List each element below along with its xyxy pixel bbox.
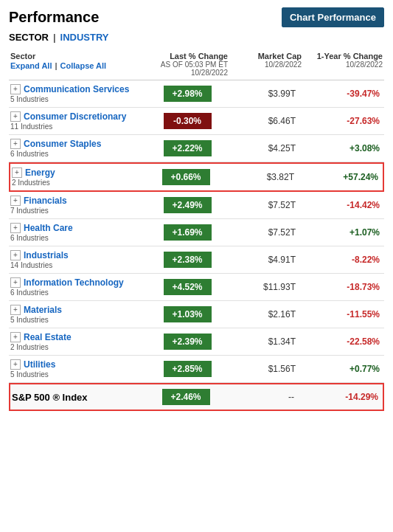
sector-row: + Communication Services 5 Industries +2… — [9, 80, 384, 108]
sector-row: + Health Care 6 Industries +1.69% $7.52T… — [9, 219, 384, 246]
sector-industries: 14 Industries — [10, 261, 147, 269]
sp500-label-cell: S&P 500 ® Index — [12, 389, 145, 405]
one-year-cell: +3.08% — [302, 137, 383, 159]
market-cap-cell: $4.91T — [228, 249, 302, 271]
market-cap-cell: $3.82T — [226, 166, 300, 188]
expand-icon[interactable]: + — [10, 332, 21, 342]
expand-all-link[interactable]: Expand All — [10, 61, 52, 70]
market-cap-cell: $2.16T — [228, 303, 302, 325]
tab-sector[interactable]: SECTOR — [9, 32, 49, 43]
sector-name-cell: + Utilities 5 Industries — [10, 358, 147, 380]
sector-industries: 5 Industries — [10, 95, 147, 103]
one-year-cell: +0.77% — [302, 358, 383, 380]
market-cap-cell: $4.25T — [228, 137, 302, 159]
pct-badge: +2.22% — [164, 140, 212, 156]
sector-name-link[interactable]: Financials — [24, 196, 67, 206]
sector-industries: 6 Industries — [10, 234, 147, 242]
sp500-label: S&P 500 ® Index — [12, 392, 145, 403]
expand-icon[interactable]: + — [10, 305, 21, 315]
sector-name-cell: + Information Technology 6 Industries — [10, 276, 147, 298]
col-one-year-header: 1-Year % Change 10/28/2022 — [302, 52, 383, 77]
sector-name-cell: + Financials 7 Industries — [10, 194, 147, 216]
sector-name-link[interactable]: Utilities — [24, 359, 55, 370]
one-year-cell: -14.42% — [302, 194, 383, 216]
expand-icon[interactable]: + — [10, 139, 21, 149]
pct-badge: +2.49% — [164, 197, 212, 213]
market-cap-cell: $1.56T — [228, 358, 302, 380]
sector-name-link[interactable]: Consumer Staples — [24, 139, 101, 149]
sector-industries: 7 Industries — [10, 207, 147, 215]
sector-name-link[interactable]: Communication Services — [24, 84, 129, 94]
expand-icon[interactable]: + — [10, 277, 21, 288]
sector-industries: 2 Industries — [12, 179, 145, 187]
sector-name-cell: + Real Estate 2 Industries — [10, 331, 147, 353]
sector-row: + Consumer Staples 6 Industries +2.22% $… — [9, 135, 384, 162]
sector-row: + Financials 7 Industries +2.49% $7.52T … — [9, 192, 384, 219]
sector-name-cell: + Materials 5 Industries — [10, 303, 147, 325]
sector-name-cell: + Industrials 14 Industries — [10, 249, 147, 271]
expand-icon[interactable]: + — [10, 84, 21, 94]
pct-badge: +2.38% — [164, 252, 212, 268]
pct-badge: +1.69% — [164, 224, 212, 241]
expand-icon[interactable]: + — [10, 196, 21, 206]
sector-row: + Real Estate 2 Industries +2.39% $1.34T… — [9, 328, 384, 356]
pct-badge: +4.52% — [164, 279, 212, 295]
market-cap-cell: $11.93T — [228, 276, 302, 298]
expand-icon[interactable]: + — [10, 359, 21, 370]
sector-name-link[interactable]: Consumer Discretionary — [24, 111, 126, 122]
sp500-one-year-cell: -14.29% — [300, 389, 381, 405]
pct-change-cell: +4.52% — [147, 276, 228, 298]
one-year-cell: -11.55% — [302, 303, 383, 325]
tab-divider: | — [53, 32, 56, 43]
sector-name-link[interactable]: Information Technology — [24, 277, 124, 288]
sector-row: + Materials 5 Industries +1.03% $2.16T -… — [9, 301, 384, 328]
expand-icon[interactable]: + — [10, 223, 21, 233]
sector-name-link[interactable]: Industrials — [24, 250, 69, 260]
sector-industries: 6 Industries — [10, 289, 147, 297]
pct-change-cell: +0.66% — [145, 166, 226, 188]
market-cap-cell: $1.34T — [228, 331, 302, 353]
sector-name-cell: + Consumer Discretionary 11 Industries — [10, 110, 147, 132]
sector-name-link[interactable]: Health Care — [24, 223, 73, 233]
collapse-all-link[interactable]: Collapse All — [60, 61, 107, 70]
pct-change-cell: +1.03% — [147, 303, 228, 325]
sector-name-cell: + Consumer Staples 6 Industries — [10, 137, 147, 159]
sector-row: + Consumer Discretionary 11 Industries -… — [9, 108, 384, 135]
sp500-market-cap-cell: -- — [226, 389, 300, 405]
market-cap-cell: $6.46T — [228, 110, 302, 132]
sector-name-cell: + Health Care 6 Industries — [10, 221, 147, 243]
expand-icon[interactable]: + — [12, 167, 22, 178]
sector-industries: 5 Industries — [10, 370, 147, 379]
market-cap-cell: $3.99T — [228, 83, 302, 105]
sector-row: + Information Technology 6 Industries +4… — [9, 274, 384, 301]
sector-name-link[interactable]: Energy — [25, 167, 55, 178]
pct-badge: +2.85% — [164, 361, 212, 377]
expand-icon[interactable]: + — [10, 111, 21, 122]
pct-change-cell: +2.85% — [147, 358, 228, 380]
expand-icon[interactable]: + — [10, 250, 21, 260]
pct-badge: +2.98% — [164, 86, 212, 102]
sector-row: + Utilities 5 Industries +2.85% $1.56T +… — [9, 356, 384, 383]
pct-change-cell: +2.49% — [147, 194, 228, 216]
chart-performance-button[interactable]: Chart Performance — [282, 7, 384, 27]
pct-change-cell: -0.30% — [147, 110, 228, 132]
tab-industry[interactable]: INDUSTRY — [60, 32, 109, 43]
column-headers: Sector Expand All | Collapse All Last % … — [9, 49, 384, 80]
sector-table: + Communication Services 5 Industries +2… — [9, 80, 384, 383]
col-sector-header: Sector Expand All | Collapse All — [10, 52, 147, 77]
col-last-pct-header: Last % Change AS OF 05:03 PM ET 10/28/20… — [147, 52, 228, 77]
sector-name-link[interactable]: Real Estate — [24, 332, 72, 342]
sector-industries: 2 Industries — [10, 343, 147, 351]
col-market-cap-header: Market Cap 10/28/2022 — [228, 52, 302, 77]
pct-badge: +0.66% — [162, 169, 210, 185]
pct-badge: +2.39% — [164, 334, 212, 350]
pct-change-cell: +2.39% — [147, 331, 228, 353]
pct-change-cell: +2.98% — [147, 83, 228, 105]
sector-name-link[interactable]: Materials — [24, 305, 62, 315]
sp500-pct-badge: +2.46% — [162, 389, 210, 405]
sp500-row: S&P 500 ® Index +2.46% -- -14.29% — [9, 383, 384, 411]
sector-name-cell: + Energy 2 Industries — [12, 166, 145, 188]
pct-badge: +1.03% — [164, 306, 212, 322]
pct-change-cell: +2.38% — [147, 249, 228, 271]
pct-badge: -0.30% — [164, 113, 212, 129]
